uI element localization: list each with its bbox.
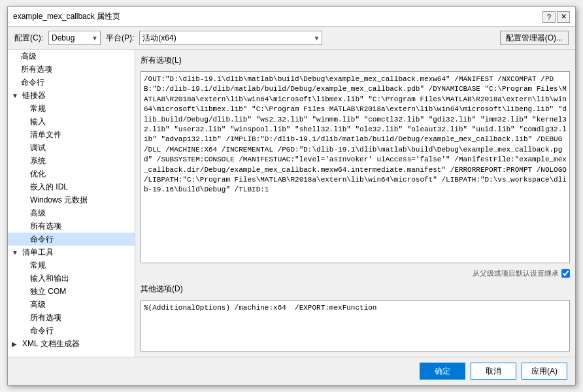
sidebar-tree: 高级 所有选项 命令行 ▼ 链接器 常规 输入 清单文件 调试 xyxy=(8,50,135,357)
sidebar-item-changgui1[interactable]: 常规 xyxy=(8,102,135,115)
sidebar-item-duli-com[interactable]: 独立 COM xyxy=(8,285,135,298)
sidebar-item-qingdangongju[interactable]: ▼ 清单工具 xyxy=(8,246,135,259)
apply-button[interactable]: 应用(A) xyxy=(522,363,567,380)
sidebar-item-lianjieqi[interactable]: ▼ 链接器 xyxy=(8,89,135,102)
close-button[interactable]: ✕ xyxy=(557,11,570,23)
sidebar-item-suoyouxuanxiang3[interactable]: 所有选项 xyxy=(8,311,135,324)
sidebar-item-windows-meta[interactable]: Windows 元数据 xyxy=(8,193,135,206)
right-panel: 所有选项(L) /OUT:"D:\dlib-19.1\dlib\matlab\b… xyxy=(135,50,575,357)
sidebar-item-changgui2[interactable]: 常规 xyxy=(8,259,135,272)
ok-button[interactable]: 确定 xyxy=(420,363,465,380)
xml-gen-label: XML 文档生成器 xyxy=(22,338,80,350)
qianru-idl-label: 嵌入的 IDL xyxy=(30,182,68,193)
duli-com-label: 独立 COM xyxy=(30,286,66,297)
title-bar: example_mex_callback 属性页 ? ✕ xyxy=(8,7,575,27)
title-bar-buttons: ? ✕ xyxy=(542,11,570,23)
inherit-row: 从父级或项目默认设置继承 xyxy=(141,267,570,280)
sidebar-item-minglingxing2[interactable]: 命令行 xyxy=(8,233,135,246)
all-options-label: 所有选项(L) xyxy=(141,55,570,66)
toolbar: 配置(C): Debug Release ▼ 平台(P): 活动(x64) x6… xyxy=(8,27,575,50)
windows-meta-label: Windows 元数据 xyxy=(30,195,88,206)
gaoji1-label: 高级 xyxy=(21,51,37,62)
sidebar-item-suoyouxuanxiang2[interactable]: 所有选项 xyxy=(8,220,135,233)
other-options-label: 其他选项(D) xyxy=(141,284,570,295)
qingdangongju-expand-icon: ▼ xyxy=(12,249,20,256)
qingdangongju-label: 清单工具 xyxy=(22,247,54,258)
other-text-area[interactable]: %(AdditionalOptions) /machine:x64 /EXPOR… xyxy=(141,300,570,351)
mling1-label: 命令行 xyxy=(21,77,44,88)
sidebar-item-shuru1[interactable]: 输入 xyxy=(8,115,135,128)
mling3-label: 命令行 xyxy=(30,325,54,336)
config-select[interactable]: Debug Release xyxy=(48,31,101,45)
sidebar-item-suoyouxuanxiang1[interactable]: 所有选项 xyxy=(8,63,135,76)
mling2-label: 命令行 xyxy=(30,234,54,245)
config-manager-button[interactable]: 配置管理器(O)... xyxy=(500,31,569,45)
sidebar-item-minglingxing1[interactable]: 命令行 xyxy=(8,76,135,89)
config-label: 配置(C): xyxy=(14,33,43,44)
bottom-bar: 确定 取消 应用(A) xyxy=(8,357,575,385)
lianjieqi-label: 链接器 xyxy=(22,90,46,101)
sidebar-item-gaoji2[interactable]: 高级 xyxy=(8,206,135,220)
xml-gen-expand-icon: ▶ xyxy=(12,340,20,348)
sidebar-item-shuru-shuchu[interactable]: 输入和输出 xyxy=(8,272,135,285)
changgui2-label: 常规 xyxy=(30,260,46,271)
platform-select-wrapper: 活动(x64) x64 x86 ▼ xyxy=(139,31,322,45)
sidebar-item-youhua[interactable]: 优化 xyxy=(8,167,135,180)
sidebar-item-minglingxing3[interactable]: 命令行 xyxy=(8,324,135,337)
dialog-title: example_mex_callback 属性页 xyxy=(13,11,120,22)
xitong-label: 系统 xyxy=(30,155,46,167)
inherit-label: 从父级或项目默认设置继承 xyxy=(473,269,559,278)
gaoji3-label: 高级 xyxy=(30,299,46,310)
changgui1-label: 常规 xyxy=(30,103,46,114)
suoyou2-label: 所有选项 xyxy=(30,221,61,232)
sidebar-item-xitong[interactable]: 系统 xyxy=(8,154,135,167)
diaoshi-label: 调试 xyxy=(30,142,46,154)
sidebar-item-qianru-idl[interactable]: 嵌入的 IDL xyxy=(8,180,135,193)
sidebar-item-gaoji1[interactable]: 高级 xyxy=(8,50,135,63)
sidebar-item-diaoshi[interactable]: 调试 xyxy=(8,141,135,154)
main-text-area[interactable]: /OUT:"D:\dlib-19.1\dlib\matlab\build\Deb… xyxy=(141,71,570,263)
lianjieqi-expand-icon: ▼ xyxy=(12,92,20,99)
suoyou3-label: 所有选项 xyxy=(30,312,61,323)
qingdan-label: 清单文件 xyxy=(30,129,61,140)
platform-label: 平台(P): xyxy=(106,33,134,44)
cancel-button[interactable]: 取消 xyxy=(471,363,516,380)
sidebar-item-qingdanwenjian[interactable]: 清单文件 xyxy=(8,128,135,141)
help-button[interactable]: ? xyxy=(542,11,556,23)
main-content-text: /OUT:"D:\dlib-19.1\dlib\matlab\build\Deb… xyxy=(141,72,569,198)
config-select-wrapper: Debug Release ▼ xyxy=(48,31,101,45)
platform-select[interactable]: 活动(x64) x64 x86 xyxy=(139,31,322,45)
sidebar-item-xml-gen[interactable]: ▶ XML 文档生成器 xyxy=(8,337,135,350)
other-content-text: %(AdditionalOptions) /machine:x64 /EXPOR… xyxy=(141,301,569,316)
suoyou1-label: 所有选项 xyxy=(21,64,52,75)
shuru-shuchu-label: 输入和输出 xyxy=(30,273,69,284)
youhua-label: 优化 xyxy=(30,169,46,180)
gaoji2-label: 高级 xyxy=(30,208,46,219)
inherit-checkbox[interactable] xyxy=(561,269,570,278)
main-content-area: 高级 所有选项 命令行 ▼ 链接器 常规 输入 清单文件 调试 xyxy=(8,50,575,357)
sidebar-item-gaoji3[interactable]: 高级 xyxy=(8,298,135,311)
shuru1-label: 输入 xyxy=(30,116,46,127)
main-dialog: example_mex_callback 属性页 ? ✕ 配置(C): Debu… xyxy=(7,7,576,385)
